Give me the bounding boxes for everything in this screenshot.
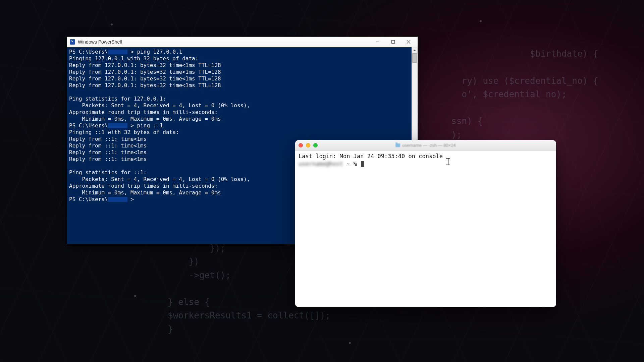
powershell-titlebar[interactable]: Windows PowerShell [67, 37, 418, 47]
text-cursor-icon [448, 158, 448, 165]
minimize-button[interactable] [370, 37, 385, 47]
svg-rect-1 [392, 41, 395, 44]
redacted-username [108, 50, 127, 54]
bg-node-dot [480, 20, 482, 22]
mac-zoom-button[interactable] [313, 143, 318, 147]
close-button[interactable] [401, 37, 416, 47]
mac-titlebar[interactable]: username — -zsh — 80×24 [295, 140, 556, 150]
scroll-thumb[interactable] [412, 53, 417, 63]
scroll-up-button[interactable] [412, 47, 418, 53]
background-code-snippet: $birthdate) { ry) use ($credential_no) {… [409, 47, 598, 141]
redacted-hostname: username@host [299, 161, 343, 167]
close-icon [407, 40, 411, 44]
chevron-up-icon [413, 49, 416, 52]
terminal-block-cursor [361, 161, 364, 167]
mac-close-button[interactable] [299, 143, 303, 147]
minimize-icon [376, 40, 380, 44]
redacted-username [108, 123, 127, 128]
redacted-username [108, 197, 127, 202]
folder-icon [395, 143, 400, 147]
powershell-icon [70, 39, 75, 45]
mac-window-title: username — -zsh — 80×24 [295, 143, 556, 148]
bg-node-dot [134, 295, 136, 297]
maximize-icon [391, 40, 395, 44]
maximize-button[interactable] [385, 37, 401, 47]
mac-terminal-window[interactable]: username — -zsh — 80×24 Last login: Mon … [295, 140, 556, 307]
bg-node-dot [349, 342, 351, 344]
bg-node-dot [111, 23, 113, 25]
mac-terminal-output[interactable]: Last login: Mon Jan 24 09:35:40 on conso… [295, 150, 556, 307]
mac-minimize-button[interactable] [306, 143, 310, 147]
powershell-title: Windows PowerShell [78, 39, 122, 45]
